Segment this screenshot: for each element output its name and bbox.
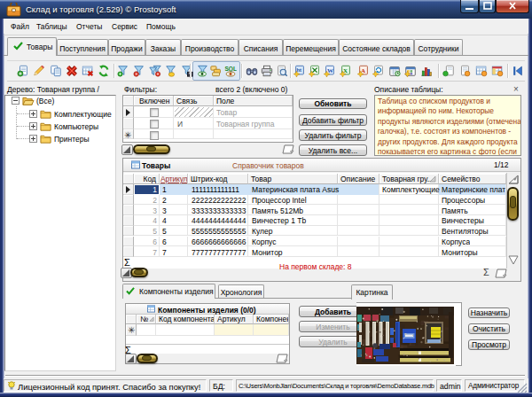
svg-text:ht: ht <box>297 67 301 73</box>
svg-text:SQL: SQL <box>224 66 236 73</box>
